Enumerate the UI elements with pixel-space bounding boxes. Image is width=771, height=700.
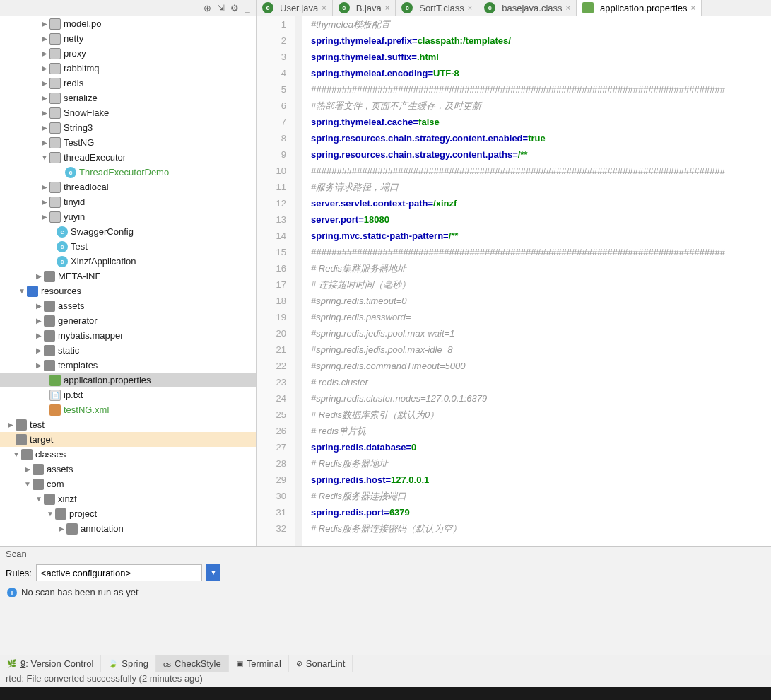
line-gutter: 1234567891011121314151617181920212223242… — [257, 16, 295, 546]
expand-arrow-icon[interactable]: ▼ — [40, 153, 49, 161]
tree-node-threadlocal[interactable]: ▶threadlocal — [0, 180, 256, 194]
expand-arrow-icon[interactable]: ▶ — [40, 183, 49, 191]
tree-node-application-properties[interactable]: application.properties — [0, 373, 256, 387]
tree-node-string3[interactable]: ▶String3 — [0, 120, 256, 135]
tree-node-com[interactable]: ▼com — [0, 477, 256, 491]
scan-info-text: No scan has been run as yet — [21, 587, 139, 597]
tab-user-java[interactable]: cUser.java× — [257, 0, 333, 16]
tree-node-static[interactable]: ▶static — [0, 343, 256, 358]
tree-node-test[interactable]: cTest — [0, 239, 256, 254]
tree-node-snowflake[interactable]: ▶SnowFlake — [0, 105, 256, 120]
tree-node-testng[interactable]: ▶TestNG — [0, 135, 256, 150]
close-icon[interactable]: × — [566, 4, 570, 12]
tree-node-tinyid[interactable]: ▶tinyid — [0, 194, 256, 209]
tab-label: User.java — [280, 3, 318, 13]
expand-arrow-icon[interactable]: ▶ — [40, 213, 49, 221]
expand-arrow-icon[interactable]: ▶ — [40, 124, 49, 132]
tree-node-model-po[interactable]: ▶model.po — [0, 16, 256, 31]
tree-node-rabbitmq[interactable]: ▶rabbitmq — [0, 61, 256, 76]
tree-node-swaggerconfig[interactable]: cSwaggerConfig — [0, 224, 256, 239]
editor-tabs: cUser.java×cB.java×cSortT.class×cbasejav… — [257, 0, 771, 16]
file-type-icon: c — [262, 2, 273, 13]
tree-node-meta-inf[interactable]: ▶META-INF — [0, 269, 256, 284]
tree-node-netty[interactable]: ▶netty — [0, 31, 256, 46]
tab-b-java[interactable]: cB.java× — [333, 0, 396, 16]
tool-tab-checkstyle[interactable]: csCheckStyle — [156, 655, 229, 672]
tab-sortt-class[interactable]: cSortT.class× — [396, 0, 478, 16]
tree-node-threadexecutor[interactable]: ▼threadExecutor — [0, 150, 256, 165]
close-icon[interactable]: × — [691, 4, 695, 12]
expand-arrow-icon[interactable]: ▶ — [57, 525, 66, 532]
expand-arrow-icon[interactable]: ▶ — [23, 465, 33, 473]
expand-arrow-icon[interactable]: ▼ — [34, 495, 44, 503]
tree-node-redis[interactable]: ▶redis — [0, 76, 256, 91]
expand-arrow-icon[interactable]: ▶ — [40, 198, 49, 206]
expand-icon[interactable]: ⇲ — [217, 3, 225, 13]
tree-node-serialize[interactable]: ▶serialize — [0, 91, 256, 105]
expand-arrow-icon[interactable]: ▶ — [40, 109, 49, 117]
expand-arrow-icon[interactable]: ▶ — [34, 272, 44, 280]
tool-tab-icon: ⊘ — [296, 659, 302, 668]
expand-arrow-icon[interactable]: ▶ — [40, 79, 49, 87]
tree-node-generator[interactable]: ▶generator — [0, 313, 256, 328]
tree-node-test[interactable]: ▶test — [0, 417, 256, 432]
tree-node-ip-txt[interactable]: 📄ip.txt — [0, 387, 256, 402]
pkg-icon — [49, 107, 61, 119]
editor-pane: cUser.java×cB.java×cSortT.class×cbasejav… — [257, 0, 771, 546]
expand-arrow-icon[interactable]: ▶ — [40, 49, 49, 57]
tree-node-label: SnowFlake — [64, 107, 109, 118]
collapse-icon[interactable]: ⊕ — [204, 3, 211, 13]
expand-arrow-icon[interactable]: ▶ — [40, 64, 49, 72]
close-icon[interactable]: × — [322, 4, 326, 12]
close-icon[interactable]: × — [468, 4, 472, 12]
tree-node-mybatis-mapper[interactable]: ▶mybatis.mapper — [0, 328, 256, 343]
project-tree[interactable]: ⊕ ⇲ ⚙ ⎯ ▶model.po▶netty▶proxy▶rabbitmq▶r… — [0, 0, 257, 546]
expand-arrow-icon[interactable]: ▼ — [17, 287, 27, 295]
rules-select[interactable]: <active configuration> — [36, 564, 202, 581]
tab-basejava-class[interactable]: cbasejava.class× — [478, 0, 577, 16]
tree-node-threadexecutordemo[interactable]: cThreadExecutorDemo — [0, 165, 256, 180]
code-content[interactable]: #thymelea模板配置spring.thymeleaf.prefix=cla… — [302, 16, 771, 546]
expand-arrow-icon[interactable]: ▶ — [34, 317, 44, 325]
tree-node-yuyin[interactable]: ▶yuyin — [0, 209, 256, 224]
file-type-icon: c — [401, 2, 413, 13]
tree-node-annotation[interactable]: ▶annotation — [0, 521, 256, 536]
tree-node-testng-xml[interactable]: testNG.xml — [0, 402, 256, 417]
tool-tab-9-version-control[interactable]: 🌿9: Version Control — [0, 655, 101, 672]
tree-node-xinzf[interactable]: ▼xinzf — [0, 491, 256, 506]
tool-tab-spring[interactable]: 🍃Spring — [101, 655, 156, 672]
tree-node-project[interactable]: ▼project — [0, 506, 256, 521]
tree-node-proxy[interactable]: ▶proxy — [0, 46, 256, 61]
expand-arrow-icon[interactable]: ▼ — [11, 450, 21, 458]
expand-arrow-icon[interactable]: ▶ — [6, 421, 16, 428]
tree-node-templates[interactable]: ▶templates — [0, 358, 256, 373]
tree-node-label: XinzfApplication — [71, 256, 136, 267]
expand-arrow-icon[interactable]: ▶ — [40, 94, 49, 102]
tree-node-xinzfapplication[interactable]: cXinzfApplication — [0, 254, 256, 269]
tree-node-resources[interactable]: ▼resources — [0, 284, 256, 298]
rules-select-dropdown-icon[interactable]: ▼ — [206, 564, 220, 581]
tree-node-classes[interactable]: ▼classes — [0, 447, 256, 462]
expand-arrow-icon[interactable]: ▼ — [45, 510, 55, 518]
tool-tab-terminal[interactable]: ▣Terminal — [229, 655, 289, 672]
expand-arrow-icon[interactable]: ▶ — [40, 20, 49, 28]
expand-arrow-icon[interactable]: ▶ — [40, 139, 49, 146]
expand-arrow-icon[interactable]: ▼ — [23, 480, 33, 488]
gear-icon[interactable]: ⚙ — [230, 3, 239, 13]
tree-node-label: redis — [64, 78, 83, 88]
expand-arrow-icon[interactable]: ▶ — [34, 332, 44, 339]
tree-node-assets[interactable]: ▶assets — [0, 462, 256, 477]
tab-application-properties[interactable]: application.properties× — [577, 0, 702, 16]
tree-node-target[interactable]: target — [0, 432, 256, 447]
pkg-icon — [49, 63, 61, 74]
tree-node-assets[interactable]: ▶assets — [0, 298, 256, 313]
expand-arrow-icon[interactable]: ▶ — [34, 361, 44, 369]
tool-tab-sonarlint[interactable]: ⊘SonarLint — [289, 655, 353, 672]
code-area[interactable]: 1234567891011121314151617181920212223242… — [257, 16, 771, 546]
expand-arrow-icon[interactable]: ▶ — [40, 35, 49, 42]
expand-arrow-icon[interactable]: ▶ — [34, 346, 44, 354]
tree-node-label: tinyid — [64, 197, 85, 207]
close-icon[interactable]: × — [385, 4, 389, 12]
hide-icon[interactable]: ⎯ — [245, 3, 250, 13]
expand-arrow-icon[interactable]: ▶ — [34, 302, 44, 310]
